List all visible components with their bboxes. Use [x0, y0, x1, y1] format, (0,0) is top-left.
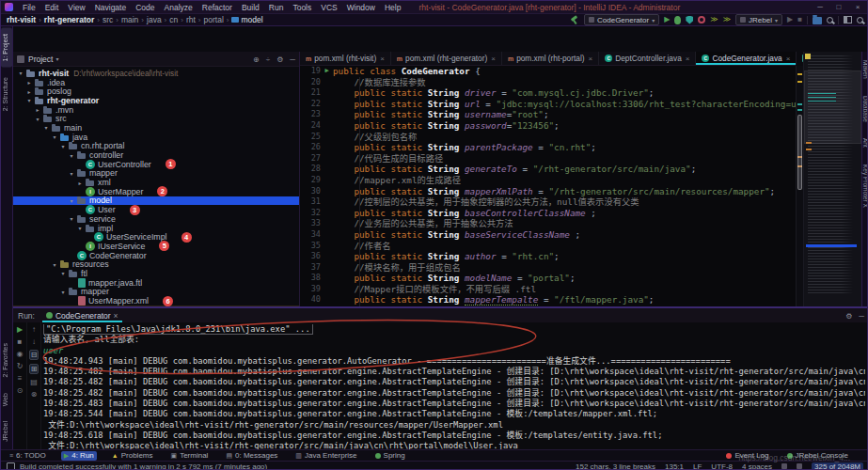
memory-indicator[interactable]: 325 of 2048M	[812, 462, 863, 470]
editor-tab-pom-xml-rht-portal-[interactable]: mpom.xml (rht-portal)×	[502, 52, 599, 65]
close-button[interactable]: ×	[848, 3, 867, 11]
toolwindow-java-enterprise[interactable]: ▥Java Enterprise	[292, 451, 359, 461]
tree-arrow-icon[interactable]: ▾	[51, 261, 58, 268]
code-area[interactable]: 19▶public class CodeGenerator {20 //数据库连…	[300, 66, 796, 326]
tree-arrow-icon[interactable]: ▾	[76, 225, 84, 231]
clear-button[interactable]: ⊗	[31, 390, 38, 399]
search-everywhere-button[interactable]	[857, 17, 863, 24]
tree-item-resources[interactable]: ▾resources	[13, 259, 299, 269]
pin-button[interactable]: ⊙	[17, 386, 24, 395]
stop-button[interactable]: ■	[18, 337, 23, 346]
tree-item-usermapper.xml[interactable]: UserMapper.xml6	[13, 296, 299, 306]
rerun-button[interactable]: ▶	[17, 325, 23, 334]
close-icon[interactable]: ×	[786, 55, 791, 63]
breadcrumb-item-src[interactable]: src	[103, 15, 113, 24]
status-widget-0[interactable]: 152 chars, 3 line breaks	[576, 462, 655, 470]
tree-arrow-icon[interactable]: ▸	[34, 106, 41, 113]
menu-vcs[interactable]: VCS	[316, 3, 341, 12]
tree-item-impl[interactable]: ▾impl	[13, 224, 299, 233]
menu-help[interactable]: Help	[380, 3, 405, 12]
jrebel-debug-button[interactable]: ≫	[723, 15, 731, 24]
find-in-path-button[interactable]	[827, 17, 833, 24]
settings-button[interactable]: ⚙	[845, 312, 852, 321]
menu-edit[interactable]: Edit	[40, 3, 64, 12]
breadcrumb-item-rht[interactable]: rht	[186, 15, 196, 24]
up-stacktrace-button[interactable]: ↑	[32, 325, 36, 334]
build-status-message[interactable]: Build completed successfully with 1 warn…	[20, 462, 576, 470]
tree-item-usercontroller[interactable]: CUserController1	[13, 160, 299, 169]
status-widget-4[interactable]: 4 spaces	[742, 462, 772, 470]
menu-analyze[interactable]: Analyze	[160, 3, 197, 12]
close-icon[interactable]: ×	[491, 55, 496, 63]
toolwindow-jrebel-console[interactable]: JRebel Console	[784, 451, 851, 461]
tree-item-cn.rht.portal[interactable]: ▾cn.rht.portal	[13, 142, 299, 151]
close-icon[interactable]: ×	[589, 55, 593, 63]
tree-item-main[interactable]: ▾main	[13, 123, 299, 133]
status-widget-3[interactable]: UTF-8	[711, 462, 733, 470]
tool-strip-1-project[interactable]: 1: Project	[1, 28, 12, 68]
tree-arrow-icon[interactable]: ▾	[17, 70, 24, 76]
tool-strip-ant[interactable]: Ant	[862, 138, 868, 148]
tree-item-mapper.java.ftl[interactable]: mapper.java.ftl	[13, 278, 299, 288]
editor-tab-deptcontroller-java[interactable]: CDeptController.java×	[599, 52, 696, 65]
toolwindow-6-todo[interactable]: ≡6: TODO	[7, 451, 49, 461]
screen-reader-icon[interactable]	[797, 463, 802, 469]
code-minimap[interactable]	[803, 52, 861, 332]
build-hammer-icon[interactable]	[570, 15, 579, 24]
menu-file[interactable]: File	[18, 3, 40, 12]
window-layout-icon[interactable]	[7, 462, 15, 470]
tree-arrow-icon[interactable]: ▾	[51, 133, 58, 140]
tree-item-.idea[interactable]: ▸.idea	[13, 78, 299, 87]
collapse-all-button[interactable]: ÷	[266, 55, 270, 64]
breadcrumb-item-portal[interactable]: portal	[204, 15, 224, 24]
down-stacktrace-button[interactable]: ↓	[32, 337, 36, 346]
menu-run[interactable]: Run	[264, 3, 289, 12]
tree-arrow-icon[interactable]: ▾	[59, 289, 67, 295]
profiler-button[interactable]	[698, 16, 705, 24]
coverage-button[interactable]: ◉	[17, 350, 24, 358]
run-config-combo[interactable]: CodeGenerator▾	[584, 14, 659, 25]
tree-item-rht-generator[interactable]: ▾rht-generator	[13, 96, 299, 105]
menu-code[interactable]: Code	[131, 3, 159, 12]
tool-strip-2-structure[interactable]: 2: Structure	[1, 71, 12, 117]
run-tab[interactable]: CodeGenerator ×	[42, 308, 122, 322]
menu-refactor[interactable]: Refactor	[197, 3, 237, 12]
attach-button[interactable]: ▶	[787, 15, 793, 24]
chevron-down-icon[interactable]: ▾	[55, 55, 246, 62]
toolwindow-terminal[interactable]: ▣Terminal	[168, 451, 212, 461]
maximize-button[interactable]: □	[829, 3, 848, 11]
tree-item-usermapper[interactable]: IUserMapper2	[13, 187, 299, 196]
toolwindow-4-run[interactable]: ▶4: Run	[61, 451, 97, 461]
run-gutter-icon[interactable]: ▶	[321, 66, 333, 77]
tool-strip-database[interactable]: Database	[862, 96, 868, 122]
tree-item-model[interactable]: ▾model	[13, 196, 299, 206]
toolwindow-event-log[interactable]: Event Log	[723, 451, 771, 461]
tree-item-poslog[interactable]: ▸poslog	[13, 86, 299, 96]
tool-strip-key-promoter-x[interactable]: Key Promoter X	[862, 164, 868, 208]
tree-item-rht-visit[interactable]: ▾rht-visitD:\rht\workspace\ideal\rht-vis…	[13, 69, 299, 78]
tree-item-src[interactable]: ▾src	[13, 114, 299, 123]
lock-icon[interactable]	[781, 463, 787, 469]
menu-build[interactable]: Build	[237, 3, 264, 12]
console-output[interactable]: "C:\Program Files\Java\jdk1.8.0_231\bin\…	[43, 324, 865, 452]
menu-tools[interactable]: Tools	[288, 3, 316, 12]
breadcrumb-item-rht-visit[interactable]: rht-visit	[7, 15, 36, 24]
tool-strip-jrebel[interactable]: JRebel	[1, 415, 12, 447]
tool-strip-web[interactable]: Web	[1, 387, 12, 412]
recent-projects-button[interactable]	[813, 17, 822, 24]
tree-arrow-icon[interactable]: ▾	[68, 215, 75, 222]
editor-vscrollbar-thumb[interactable]	[797, 115, 802, 190]
layout-button[interactable]	[844, 16, 852, 24]
close-icon[interactable]: ×	[114, 311, 118, 321]
editor-tab-pom-xml-rht-visit-[interactable]: mpom.xml (rht-visit)×	[300, 52, 391, 65]
tree-item-xml[interactable]: ▸xml	[13, 178, 299, 187]
breadcrumb-item-rht-generator[interactable]: rht-generator	[44, 15, 94, 24]
tree-arrow-icon[interactable]: ▾	[25, 97, 33, 103]
tree-arrow-icon[interactable]: ▾	[68, 170, 75, 177]
tree-arrow-icon[interactable]: ▸	[76, 180, 84, 186]
tree-arrow-icon[interactable]: ▾	[68, 197, 75, 204]
jrebel-run-button[interactable]: ≫	[710, 15, 718, 24]
minimap-viewport[interactable]	[804, 70, 861, 144]
tree-item-service[interactable]: ▾service	[13, 214, 299, 224]
status-widget-1[interactable]: 135:1	[665, 462, 684, 470]
